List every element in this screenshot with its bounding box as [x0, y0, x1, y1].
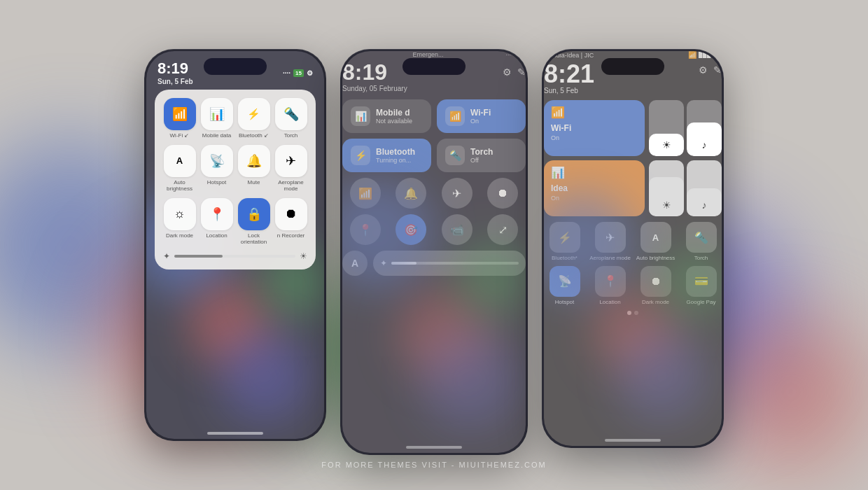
toggle-grid-r3: ☼ Dark mode 📍 Location 🔒 Lock orientatio…	[163, 198, 307, 246]
torch-btn-p1[interactable]: 🔦	[275, 98, 307, 130]
date-p1: Sun, 5 Feb	[158, 78, 193, 85]
cc-panel-p1: 📶 Wi-Fi ↙ 📊 Mobile data ⚡ Bluetooth ↙ 🔦 …	[155, 90, 316, 270]
brightness-row-p1: ✦ ☀	[163, 251, 307, 261]
mute-label: Mute	[248, 179, 260, 186]
bt-label-p1: Bluetooth ↙	[239, 132, 269, 139]
home-indicator-p2	[406, 446, 462, 449]
phone-right: Vi India-Idea | JIC 📶 ▉▉▉ 🔋 8:21 Sun, 5 …	[542, 49, 724, 448]
bt-btn-p1[interactable]: ⚡	[238, 98, 270, 130]
phone-left: 8:19 Sun, 5 Feb ···· 15 ⚙ 📶 Wi-Fi ↙	[144, 49, 326, 441]
recorder-btn[interactable]: ⏺	[275, 198, 307, 230]
airplane-btn[interactable]: ✈	[275, 145, 307, 177]
toggle-hotspot[interactable]: 📡 Hotspot	[200, 145, 233, 192]
toggle-grid-r1: 📶 Wi-Fi ↙ 📊 Mobile data ⚡ Bluetooth ↙ 🔦 …	[163, 98, 307, 139]
mobile-btn-p1[interactable]: 📊	[201, 98, 233, 130]
toggle-torch[interactable]: 🔦 Torch	[274, 98, 307, 139]
hotspot-btn[interactable]: 📡	[201, 145, 233, 177]
toggle-lock-orient[interactable]: 🔒 Lock orientation	[237, 198, 270, 246]
toggle-mute[interactable]: 🔔 Mute	[237, 145, 270, 192]
location-label: Location	[206, 232, 227, 239]
brightness-icon2-p3: ☀	[662, 200, 671, 211]
lock-orient-btn[interactable]: 🔒	[238, 198, 270, 230]
status-icons-p1: ···· 15 ⚙	[283, 69, 313, 77]
mute-btn[interactable]: 🔔	[238, 145, 270, 177]
auto-bright-btn[interactable]: A	[164, 145, 196, 177]
toggle-recorder[interactable]: ⏺ n Recorder	[274, 198, 307, 246]
home-indicator-p1	[207, 432, 263, 435]
toggle-dark[interactable]: ☼ Dark mode	[163, 198, 196, 246]
mobile-label-p1: Mobile data	[202, 132, 231, 139]
phone-middle: nly Emergen... ···· ■■ 8:19 ⚙ ✎	[340, 49, 528, 455]
wifi-label-p1: Wi-Fi ↙	[170, 132, 190, 139]
volume-slider-icon-p3: ♪	[702, 139, 707, 150]
brightness-slider2-p3[interactable]: ☀	[649, 160, 684, 216]
volume-slider2-p3[interactable]: ♪	[687, 160, 722, 216]
notch-p3	[601, 58, 664, 75]
notch-p2	[402, 58, 465, 75]
home-indicator-p3	[605, 439, 661, 442]
hotspot-label: Hotspot	[207, 179, 227, 186]
dark-label: Dark mode	[166, 232, 193, 239]
toggle-bt[interactable]: ⚡ Bluetooth ↙	[237, 98, 270, 139]
torch-label-p1: Torch	[284, 132, 298, 139]
lock-orient-label: Lock orientation	[237, 232, 270, 246]
toggle-mobile[interactable]: 📊 Mobile data	[200, 98, 233, 139]
brightness-slider-icon-p3: ☀	[662, 139, 671, 150]
brightness-slider-p3[interactable]: ☀	[649, 100, 684, 156]
toggle-auto-bright[interactable]: A Auto brightness	[163, 145, 196, 192]
recorder-label: n Recorder	[277, 232, 305, 239]
dark-btn[interactable]: ☼	[164, 198, 196, 230]
toggle-location[interactable]: 📍 Location	[200, 198, 233, 246]
watermark: FOR MORE THEMES VISIT - MIUITHEMEZ.COM	[321, 461, 546, 469]
phones-container: 8:19 Sun, 5 Feb ···· 15 ⚙ 📶 Wi-Fi ↙	[144, 35, 724, 455]
brightness-max-icon: ☀	[300, 251, 307, 261]
wifi-btn-p1[interactable]: 📶	[164, 98, 196, 130]
time-p1: 8:19	[158, 61, 193, 76]
status-bar-p1: 8:19 Sun, 5 Feb ···· 15 ⚙	[158, 61, 313, 85]
toggle-airplane[interactable]: ✈ Aeroplane mode	[274, 145, 307, 192]
brightness-fill-p1	[174, 255, 223, 258]
toggle-grid-r2: A Auto brightness 📡 Hotspot 🔔 Mute ✈ Aer…	[163, 145, 307, 192]
brightness-min-icon: ✦	[163, 251, 170, 261]
location-btn[interactable]: 📍	[201, 198, 233, 230]
auto-bright-label: Auto brightness	[163, 179, 196, 192]
brightness-track-p1[interactable]	[174, 255, 295, 258]
airplane-label: Aeroplane mode	[274, 179, 307, 192]
volume-slider-p3[interactable]: ♪	[687, 100, 722, 156]
volume-icon2-p3: ♪	[702, 200, 707, 211]
toggle-wifi[interactable]: 📶 Wi-Fi ↙	[163, 98, 196, 139]
